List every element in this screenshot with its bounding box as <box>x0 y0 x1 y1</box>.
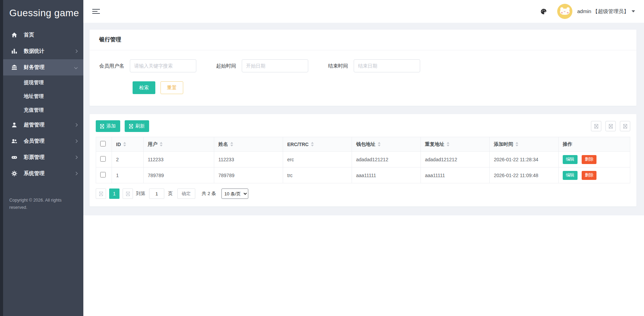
edit-button[interactable]: 编辑 <box>563 155 578 164</box>
cell-user: 789789 <box>144 167 214 183</box>
page-title: 银行管理 <box>99 37 121 42</box>
cell-wallet: adadad121212 <box>352 152 421 167</box>
column-header-actions: 操作 <box>563 141 572 147</box>
sidebar-subitem-recharge[interactable]: 充值管理 <box>3 103 83 117</box>
total-count-label: 共 2 条 <box>202 191 216 197</box>
add-icon-missing-glyph <box>100 124 104 129</box>
prev-page-button[interactable] <box>96 188 106 199</box>
cell-name: 112233 <box>214 152 283 167</box>
cell-id: 1 <box>112 167 144 183</box>
table-tool-icons <box>591 121 630 131</box>
cell-duplicate: adadad121212 <box>421 152 490 167</box>
app-root: Guessing game 首页 数据统计 财务管理 提现管理 <box>0 0 644 316</box>
sidebar-item-finance[interactable]: 财务管理 <box>3 59 83 75</box>
table-card: 添加 刷新 <box>90 114 636 206</box>
user-avatar[interactable] <box>557 4 572 19</box>
column-header-id: ID <box>116 142 121 147</box>
goto-confirm-button[interactable]: 确定 <box>177 188 195 199</box>
sort-icon[interactable] <box>230 142 233 146</box>
cell-erc-trc: trc <box>283 167 352 183</box>
select-row-checkbox[interactable] <box>100 172 106 177</box>
caret-down-icon <box>632 10 635 12</box>
cell-user: 112233 <box>144 152 214 167</box>
missing-glyph-icon <box>609 124 613 129</box>
cell-id: 2 <box>112 152 144 167</box>
sidebar-item-label: 彩票管理 <box>24 154 75 161</box>
goto-label: 到第 <box>136 191 145 197</box>
username-label: 会员用户名 <box>99 63 124 69</box>
edit-button[interactable]: 编辑 <box>563 171 578 180</box>
end-date-input[interactable] <box>354 59 420 72</box>
goto-page-input[interactable] <box>149 188 164 199</box>
table-tool-icon-2[interactable] <box>605 121 616 131</box>
sidebar-subitem-withdraw[interactable]: 提现管理 <box>3 75 83 89</box>
missing-glyph-icon <box>594 124 598 129</box>
sidebar-item-label: 超管管理 <box>24 122 75 128</box>
pagination: 1 到第 页 确定 共 2 条 10 条/页 <box>90 183 636 206</box>
data-table: ID 用户 姓名 ERC/TRC 钱包地址 重复地址 添加时间 操作 <box>96 137 630 183</box>
table-header-row: ID 用户 姓名 ERC/TRC 钱包地址 重复地址 添加时间 操作 <box>96 137 630 152</box>
sort-icon[interactable] <box>311 142 314 146</box>
table-tool-icon-3[interactable] <box>620 121 630 131</box>
chevron-right-icon <box>74 123 78 127</box>
page-unit-label: 页 <box>168 191 173 197</box>
left-edge-strip <box>0 0 3 316</box>
sidebar-item-home[interactable]: 首页 <box>3 27 83 43</box>
sort-icon[interactable] <box>378 142 381 146</box>
refresh-button-label: 刷新 <box>135 123 145 129</box>
page-number-current[interactable]: 1 <box>109 188 120 199</box>
sidebar-subitem-label: 充值管理 <box>24 107 44 113</box>
cell-added-time: 2026-01-22 11:09:48 <box>490 167 559 183</box>
sidebar-item-label: 财务管理 <box>24 64 75 71</box>
main-area: admin 【超级管理员】 银行管理 会员用户名 <box>83 0 644 316</box>
sidebar-item-members[interactable]: 会员管理 <box>3 133 83 149</box>
table-row: 1 789789 789789 trc aaa11111 aaa11111 20… <box>96 167 630 183</box>
reset-button[interactable]: 重置 <box>160 81 183 94</box>
delete-button[interactable]: 删除 <box>582 155 596 164</box>
start-date-input[interactable] <box>242 59 308 72</box>
sort-icon[interactable] <box>123 142 126 146</box>
sidebar-subitem-address[interactable]: 地址管理 <box>3 89 83 103</box>
sidebar-subitem-label: 地址管理 <box>24 93 44 100</box>
next-icon-missing-glyph <box>126 192 130 196</box>
prev-icon-missing-glyph <box>99 192 103 196</box>
cell-erc-trc: erc <box>283 152 352 167</box>
table-row: 2 112233 112233 erc adadad121212 adadad1… <box>96 152 630 167</box>
topbar-right: admin 【超级管理员】 <box>540 4 635 19</box>
cell-duplicate: aaa11111 <box>421 167 490 183</box>
copyright-text: Copyright © 2026. All rights reserved. <box>3 197 69 211</box>
chevron-down-icon <box>74 66 78 69</box>
table-tool-icon-1[interactable] <box>591 121 601 131</box>
add-button[interactable]: 添加 <box>96 120 120 132</box>
select-row-checkbox[interactable] <box>100 156 106 162</box>
search-button[interactable]: 检索 <box>133 81 155 94</box>
column-header-name: 姓名 <box>218 141 228 147</box>
next-page-button[interactable] <box>123 188 133 199</box>
refresh-button[interactable]: 刷新 <box>125 120 149 132</box>
column-header-erc-trc: ERC/TRC <box>287 142 309 147</box>
sidebar-item-statistics[interactable]: 数据统计 <box>3 43 83 59</box>
menu-toggle-icon[interactable] <box>92 8 100 15</box>
chevron-right-icon <box>74 50 78 53</box>
column-header-added-time: 添加时间 <box>494 141 513 147</box>
sidebar-item-label: 系统管理 <box>24 170 75 177</box>
sort-icon[interactable] <box>160 142 163 146</box>
sort-icon[interactable] <box>447 142 449 146</box>
delete-button[interactable]: 删除 <box>582 171 596 180</box>
sidebar-item-system[interactable]: 系统管理 <box>3 165 83 182</box>
sidebar-item-lottery[interactable]: 彩票管理 <box>3 149 83 165</box>
username-input[interactable] <box>130 59 196 72</box>
select-all-checkbox[interactable] <box>100 141 106 146</box>
sidebar-item-superadmin[interactable]: 超管管理 <box>3 117 83 133</box>
table-toolbar: 添加 刷新 <box>90 114 636 137</box>
column-header-duplicate: 重复地址 <box>425 141 444 147</box>
filter-end-time: 结束时间 <box>328 59 420 72</box>
user-menu[interactable]: admin 【超级管理员】 <box>577 8 635 15</box>
user-name-label: admin 【超级管理员】 <box>577 8 629 15</box>
sort-icon[interactable] <box>516 142 518 146</box>
theme-palette-icon[interactable] <box>540 8 547 15</box>
page-size-select[interactable]: 10 条/页 <box>221 188 248 199</box>
topbar: admin 【超级管理员】 <box>83 0 644 23</box>
settings-gear-icon <box>11 171 17 176</box>
missing-glyph-icon <box>623 124 627 129</box>
